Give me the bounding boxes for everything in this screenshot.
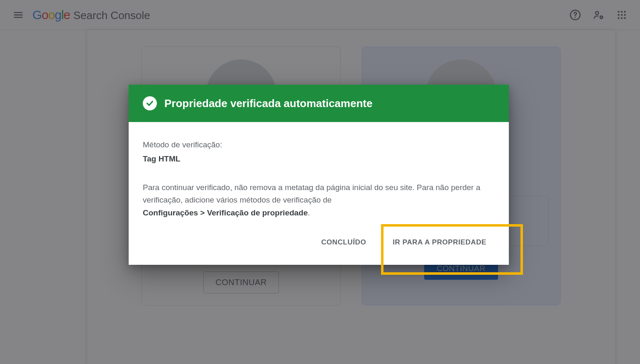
verification-modal: Propriedade verificada automaticamente M… [129,85,509,265]
modal-title: Propriedade verificada automaticamente [164,97,372,110]
modal-paragraph-pre: Para continuar verificado, não remova a … [143,183,480,204]
modal-paragraph: Para continuar verificado, não remova a … [143,181,495,219]
verification-method-label: Método de verificação: [143,139,495,151]
modal-paragraph-post: . [308,208,310,217]
modal-actions: CONCLUÍDO IR PARA A PROPRIEDADE [129,231,509,265]
modal-header: Propriedade verificada automaticamente [129,85,509,122]
verification-method-value: Tag HTML [143,153,495,165]
done-button[interactable]: CONCLUÍDO [312,232,375,252]
modal-paragraph-strong: Configurações > Verificação de proprieda… [143,208,308,217]
modal-body: Método de verificação: Tag HTML Para con… [129,122,509,231]
go-to-property-button[interactable]: IR PARA A PROPRIEDADE [384,232,496,252]
checkmark-icon [143,96,157,110]
